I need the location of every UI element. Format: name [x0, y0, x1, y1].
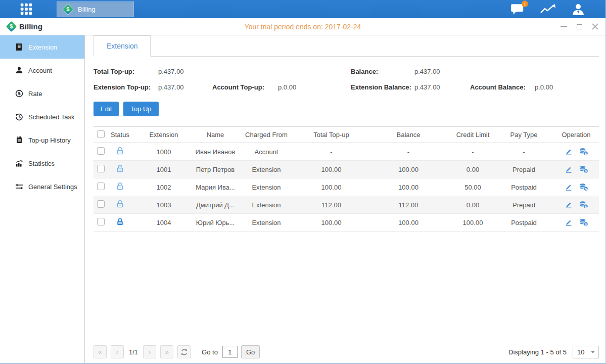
tab-extension[interactable]: Extension: [94, 35, 151, 57]
cell-charged-from: Extension: [236, 184, 297, 191]
prev-page-button[interactable]: ‹: [111, 345, 124, 358]
col-operation: Operation: [553, 131, 599, 139]
account-topup-value: p.0.00: [278, 83, 351, 91]
page-indicator: 1/1: [129, 348, 138, 356]
cell-balance: 100.00: [365, 219, 451, 226]
cell-balance: 100.00: [365, 166, 451, 173]
transfer-arrows-icon: [15, 183, 23, 191]
col-credit-limit: Credit Limit: [451, 131, 494, 139]
col-status: Status: [108, 131, 132, 139]
chat-icon[interactable]: !: [510, 3, 525, 15]
topup-coins-icon[interactable]: $: [579, 183, 588, 191]
first-page-button[interactable]: «: [94, 345, 107, 358]
edit-pencil-icon[interactable]: [565, 218, 573, 226]
sidebar-item-label: Rate: [28, 90, 42, 98]
sidebar: Extension Account $ Rate: [0, 35, 85, 363]
tab-row: Extension: [94, 35, 599, 57]
lock-status-icon[interactable]: [116, 147, 124, 155]
line-chart-icon[interactable]: [540, 3, 556, 15]
topup-coins-icon[interactable]: $: [579, 148, 588, 156]
app-grid-icon[interactable]: [17, 3, 35, 15]
sidebar-item-statistics[interactable]: Statistics: [0, 152, 84, 175]
cell-pay-type: Prepaid: [494, 166, 553, 173]
row-checkbox[interactable]: [97, 165, 105, 172]
lock-status-icon[interactable]: [116, 217, 124, 226]
cell-credit-limit: -: [451, 148, 494, 156]
cell-charged-from: Extension: [236, 219, 297, 226]
sidebar-item-general-settings[interactable]: General Settings: [0, 175, 84, 198]
cell-credit-limit: 50.00: [451, 184, 494, 191]
edit-pencil-icon[interactable]: [565, 201, 573, 209]
extension-topup-label: Extension Top-up:: [94, 83, 158, 91]
cell-total-topup: 100.00: [297, 166, 365, 173]
edit-button[interactable]: Edit: [94, 102, 119, 116]
sidebar-item-label: Extension: [28, 43, 57, 51]
total-topup-label: Total Top-up:: [94, 68, 158, 75]
close-icon[interactable]: [591, 23, 598, 30]
cell-pay-type: -: [494, 148, 553, 156]
lock-status-icon[interactable]: [116, 182, 124, 191]
cell-credit-limit: 0.00: [451, 201, 494, 209]
title-bar: $ Billing Your trial period ends on: 201…: [0, 18, 605, 35]
topbar-app-tab-billing[interactable]: $ Billing: [57, 2, 134, 17]
user-icon[interactable]: [571, 3, 585, 15]
svg-text:$: $: [18, 91, 21, 96]
trial-notice: Your trial period ends on: 2017-02-24: [0, 23, 605, 31]
col-name: Name: [195, 131, 236, 139]
billing-logo-icon: $: [62, 4, 73, 15]
cell-total-topup: 100.00: [297, 184, 365, 191]
sidebar-item-label: General Settings: [28, 183, 77, 191]
cell-total-topup: -: [297, 148, 365, 156]
sidebar-item-account[interactable]: Account: [0, 59, 84, 82]
top-up-button[interactable]: Top Up: [123, 102, 158, 116]
main-panel: Extension Total Top-up: p.437.00 Balance…: [85, 35, 606, 363]
cell-name: Дмитрий Д...: [195, 201, 236, 209]
edit-pencil-icon[interactable]: [565, 165, 573, 173]
ledger-icon: [15, 43, 23, 51]
cell-credit-limit: 100.00: [451, 219, 494, 226]
goto-page-input[interactable]: [222, 346, 238, 358]
notification-badge: !: [522, 1, 528, 7]
refresh-button[interactable]: [177, 345, 191, 358]
go-button[interactable]: Go: [241, 345, 260, 358]
sidebar-item-scheduled-task[interactable]: Scheduled Task: [0, 105, 84, 128]
next-page-button[interactable]: ›: [143, 345, 156, 358]
total-topup-value: p.437.00: [158, 68, 212, 75]
cell-charged-from: Account: [236, 148, 297, 156]
displaying-status: Displaying 1 - 5 of 5: [508, 348, 567, 356]
sidebar-item-rate[interactable]: $ Rate: [0, 82, 84, 105]
topup-coins-icon[interactable]: $: [579, 218, 588, 226]
chevron-down-icon: [591, 351, 595, 353]
table-row: 1000 Иван Иванов Account - - - - $: [94, 143, 599, 161]
select-all-checkbox[interactable]: [97, 130, 105, 138]
last-page-button[interactable]: »: [160, 345, 173, 358]
edit-pencil-icon[interactable]: [565, 183, 573, 191]
cell-name: Иван Иванов: [195, 148, 236, 156]
cell-name: Мария Ива...: [195, 184, 236, 191]
lock-status-icon[interactable]: [116, 200, 124, 208]
topup-coins-icon[interactable]: $: [579, 165, 588, 173]
page-size-select[interactable]: 10: [573, 346, 599, 358]
sidebar-item-extension[interactable]: Extension: [0, 35, 84, 59]
clock-history-icon: [15, 113, 23, 121]
maximize-icon[interactable]: [576, 23, 583, 30]
topbar-app-tab-label: Billing: [78, 6, 96, 13]
balance-value: p.437.00: [414, 68, 599, 75]
minimize-icon[interactable]: [560, 23, 567, 30]
row-checkbox[interactable]: [97, 147, 105, 155]
col-balance: Balance: [365, 131, 451, 139]
lock-status-icon[interactable]: [116, 164, 124, 173]
cell-credit-limit: 0.00: [451, 166, 494, 173]
table-row: 1004 Юрий Юрь... Extension 100.00 100.00…: [94, 214, 599, 232]
table-body: 1000 Иван Иванов Account - - - - $: [94, 143, 599, 232]
pagination-bar: « ‹ 1/1 › » Go to Go: [94, 345, 599, 359]
row-checkbox[interactable]: [97, 200, 105, 208]
row-checkbox[interactable]: [97, 218, 105, 225]
sidebar-item-label: Top-up History: [28, 136, 71, 144]
topup-coins-icon[interactable]: $: [579, 201, 588, 209]
edit-pencil-icon[interactable]: [565, 148, 573, 156]
dollar-circle-icon: $: [15, 89, 23, 98]
topbar-right-icons: !: [510, 0, 585, 18]
row-checkbox[interactable]: [97, 183, 105, 190]
sidebar-item-topup-history[interactable]: Top-up History: [0, 128, 84, 152]
